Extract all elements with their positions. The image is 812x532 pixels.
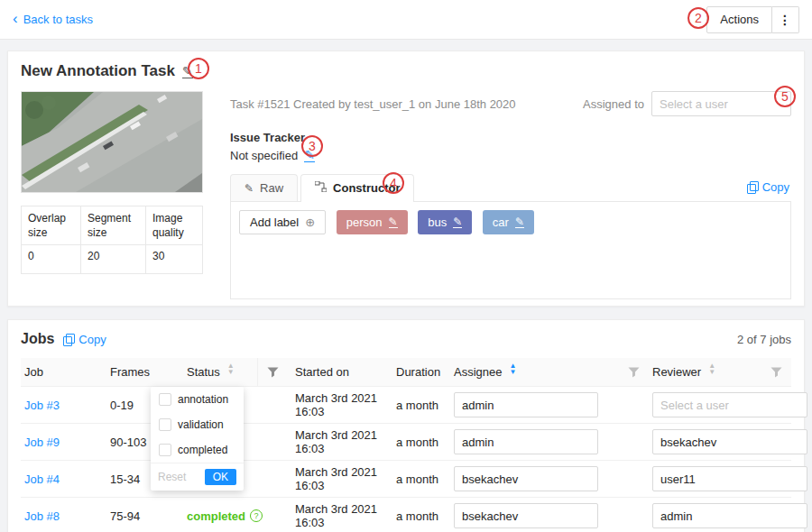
back-chevron-icon: ‹ (13, 11, 18, 26)
jobs-title: Jobs (21, 331, 54, 347)
actions-button[interactable]: Actions (706, 6, 772, 33)
constructor-icon (315, 181, 327, 195)
reviewer-sort-icon[interactable]: ▲▼ (708, 366, 715, 379)
job-row: Job #3 0-19 March 3rd 2021 16:03 a month… (21, 387, 791, 424)
col-job: Job (21, 358, 106, 386)
param-header-segment: Segment size (80, 206, 145, 245)
reviewer-select[interactable]: user11 (652, 466, 807, 491)
labels-copy-link[interactable]: Copy (747, 180, 789, 194)
label-chip-text: bus (428, 216, 447, 229)
add-label-text: Add label (250, 216, 299, 229)
assignee-filter-icon[interactable] (628, 367, 645, 378)
job-row: Job #9 90-103 March 3rd 2021 16:03 a mon… (21, 424, 791, 461)
task-details-card: New Annotation Task ✎ (7, 50, 805, 307)
reviewer-filter-icon[interactable] (770, 367, 788, 378)
task-preview-image (21, 91, 203, 193)
filter-option-label: annotation (178, 393, 228, 406)
reviewer-select[interactable]: Select a user (652, 392, 807, 417)
status-info-icon[interactable]: ? (250, 509, 263, 522)
jobs-copy-label: Copy (78, 333, 106, 346)
label-chip-text: car (493, 216, 509, 229)
assignee-select[interactable]: admin (454, 392, 598, 417)
pencil-icon: ✎ (245, 182, 254, 195)
label-chip-car[interactable]: car ✎ (483, 210, 534, 234)
callout-5: 5 (774, 86, 796, 107)
col-status[interactable]: Status ▲▼ (183, 358, 291, 386)
filter-option-annotation[interactable]: annotation (151, 387, 244, 412)
actions-button-group: Actions ⋮ (706, 6, 799, 33)
tab-raw[interactable]: ✎ Raw (230, 174, 298, 201)
col-reviewer[interactable]: Reviewer ▲▼ (649, 358, 791, 386)
task-params-table: Overlap size Segment size Image quality … (21, 206, 203, 274)
task-meta-text: Task #1521 Created by test_user_1 on Jun… (230, 97, 516, 111)
label-chip-person[interactable]: person ✎ (337, 210, 408, 234)
started-cell: March 3rd 2021 16:03 (291, 502, 392, 529)
job-link[interactable]: Job #4 (21, 472, 106, 486)
filter-ok-button[interactable]: OK (205, 469, 236, 485)
assignee-select[interactable]: bsekachev (454, 503, 598, 528)
started-cell: March 3rd 2021 16:03 (291, 391, 392, 418)
plus-circle-icon: ⊕ (305, 216, 315, 228)
status-sort-icon[interactable]: ▲▼ (227, 366, 235, 379)
col-duration: Duration (392, 358, 450, 386)
filter-option-validation[interactable]: validation (151, 412, 244, 437)
checkbox-icon[interactable] (159, 418, 171, 431)
status-cell: completed ? (187, 509, 263, 523)
assigned-to-label: Assigned to (583, 97, 644, 111)
issue-tracker-value: Not specified (230, 149, 298, 162)
copy-icon (63, 334, 74, 345)
task-assignee-select[interactable] (651, 91, 791, 116)
labels-tabs: ✎ Raw Constructor Copy (230, 174, 791, 202)
assignee-select[interactable]: admin (454, 429, 598, 454)
copy-icon (747, 181, 758, 193)
label-chip-bus[interactable]: bus ✎ (418, 210, 472, 234)
started-cell: March 3rd 2021 16:03 (291, 465, 392, 492)
jobs-table: Job Frames Status ▲▼ Started on Duration… (21, 358, 791, 532)
status-filter-icon[interactable] (257, 358, 288, 386)
job-row: Job #4 15-34 March 3rd 2021 16:03 a mont… (21, 461, 791, 498)
col-started-on: Started on (291, 358, 392, 386)
job-link[interactable]: Job #8 (21, 509, 106, 523)
job-row: Job #8 75-94 completed ? March 3rd 2021 … (21, 498, 791, 532)
col-assignee[interactable]: Assignee ▲▼ (450, 358, 649, 386)
callout-2: 2 (687, 7, 709, 29)
reviewer-select[interactable]: admin (652, 503, 807, 528)
duration-cell: a month (392, 509, 450, 523)
status-filter-dropdown: annotation validation completed Reset OK (151, 387, 244, 491)
labels-constructor-panel: Add label ⊕ person ✎ bus ✎ car ✎ (230, 202, 791, 299)
jobs-card: Jobs Copy 2 of 7 jobs Job Frames Status … (7, 319, 805, 532)
edit-label-icon[interactable]: ✎ (389, 216, 398, 228)
reviewer-select[interactable]: bsekachev (652, 429, 807, 454)
jobs-count: 2 of 7 jobs (737, 333, 791, 346)
started-cell: March 3rd 2021 16:03 (291, 428, 392, 455)
edit-label-icon[interactable]: ✎ (515, 216, 524, 228)
back-link-label: Back to tasks (23, 13, 93, 26)
filter-option-completed[interactable]: completed (151, 437, 244, 463)
job-link[interactable]: Job #9 (21, 436, 106, 449)
labels-copy-label: Copy (762, 180, 789, 194)
filter-option-label: completed (178, 444, 227, 456)
checkbox-icon[interactable] (159, 393, 171, 406)
filter-reset-button[interactable]: Reset (158, 471, 186, 483)
job-link[interactable]: Job #3 (21, 399, 106, 412)
edit-label-icon[interactable]: ✎ (453, 216, 462, 228)
param-value-quality: 30 (145, 245, 202, 274)
callout-4: 4 (383, 172, 404, 194)
add-label-button[interactable]: Add label ⊕ (239, 210, 326, 234)
task-title: New Annotation Task (21, 62, 175, 80)
filter-option-label: validation (178, 418, 224, 431)
param-header-overlap: Overlap size (22, 206, 81, 245)
callout-1: 1 (188, 58, 209, 79)
assignee-sort-icon[interactable]: ▲▼ (509, 366, 516, 379)
back-to-tasks-link[interactable]: ‹ Back to tasks (13, 13, 93, 26)
actions-more-icon[interactable]: ⋮ (772, 6, 799, 33)
assignee-select[interactable]: bsekachev (454, 466, 598, 491)
label-chip-text: person (346, 216, 383, 229)
preview-road-scene (22, 92, 202, 192)
jobs-copy-link[interactable]: Copy (63, 333, 106, 346)
duration-cell: a month (392, 399, 450, 412)
tab-raw-label: Raw (260, 181, 283, 195)
duration-cell: a month (392, 472, 450, 486)
checkbox-icon[interactable] (159, 444, 171, 456)
param-value-segment: 20 (80, 245, 145, 274)
